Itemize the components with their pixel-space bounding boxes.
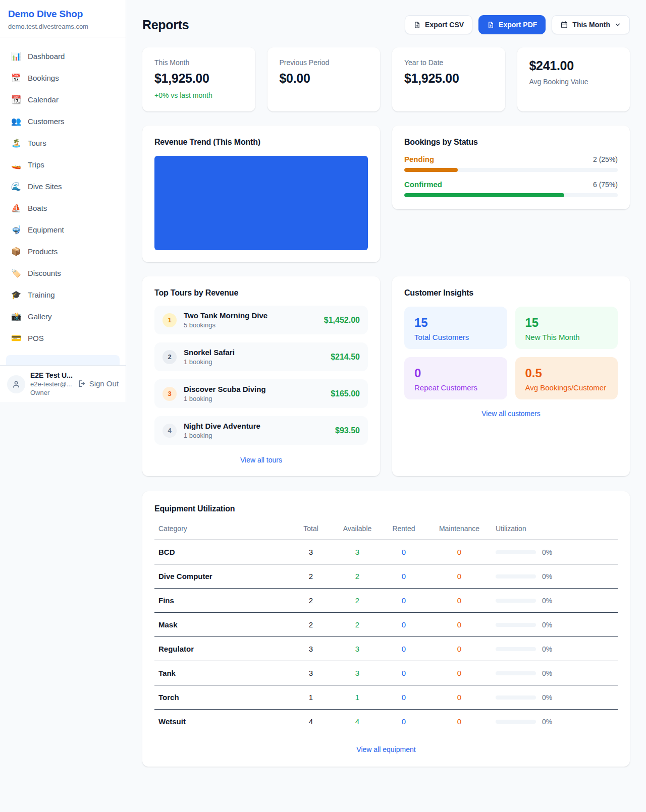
utilization-label: 0%	[542, 572, 552, 581]
rented-cell: 0	[381, 661, 427, 685]
utilization-cell: 0%	[492, 637, 618, 661]
total-cell: 2	[288, 564, 334, 589]
table-header-row: Category Total Available Rented Maintena…	[154, 519, 618, 540]
tear-off-calendar-icon: 📆	[11, 95, 21, 104]
sidebar-item-tours[interactable]: 🏝️ Tours	[6, 132, 120, 154]
tour-row: 2 Snorkel Safari 1 booking $214.50	[154, 342, 368, 371]
status-bar-track	[404, 168, 618, 172]
sidebar-item-pos[interactable]: 💳 POS	[6, 327, 120, 349]
rank-badge: 3	[163, 387, 177, 401]
equipment-utilization-title: Equipment Utilization	[154, 504, 618, 513]
tour-name: Snorkel Safari	[184, 348, 235, 357]
insights-row: Top Tours by Revenue 1 Two Tank Morning …	[142, 276, 630, 476]
top-tours-title: Top Tours by Revenue	[154, 288, 368, 298]
sidebar-item-label: Training	[28, 291, 55, 299]
sidebar-item-discounts[interactable]: 🏷️ Discounts	[6, 262, 120, 284]
export-csv-label: Export CSV	[425, 21, 464, 29]
utilization-bar-track	[496, 550, 536, 554]
avatar	[7, 375, 25, 393]
sidebar-item-customers[interactable]: 👥 Customers	[6, 110, 120, 132]
stat-label: This Month	[154, 59, 243, 67]
sidebar-item-label: Customers	[28, 117, 65, 126]
utilization-cell: 0%	[492, 613, 618, 637]
tile-total-customers: 15 Total Customers	[404, 307, 507, 349]
tour-text: Snorkel Safari 1 booking	[184, 348, 235, 366]
sidebar-item-active-partial[interactable]	[6, 355, 120, 365]
available-cell: 3	[334, 637, 381, 661]
tile-value: 15	[525, 316, 608, 330]
credit-card-icon: 💳	[11, 333, 21, 343]
status-bar-fill	[404, 168, 458, 172]
sidebar-item-trips[interactable]: 🚤 Trips	[6, 154, 120, 176]
column-header-category: Category	[154, 519, 288, 540]
sidebar-item-gallery[interactable]: 📸 Gallery	[6, 306, 120, 327]
tile-repeat-customers: 0 Repeat Customers	[404, 357, 507, 399]
sidebar-item-equipment[interactable]: 🤿 Equipment	[6, 219, 120, 241]
view-all-customers-link[interactable]: View all customers	[404, 410, 618, 418]
tour-bookings: 1 booking	[184, 432, 260, 439]
status-line: Confirmed 6 (75%)	[404, 180, 618, 189]
tour-revenue: $165.00	[331, 389, 360, 398]
user-email: e2e-tester@...	[30, 380, 72, 388]
maintenance-cell: 0	[427, 589, 492, 613]
rank-badge: 2	[163, 350, 177, 364]
rented-cell: 0	[381, 613, 427, 637]
export-pdf-button[interactable]: Export PDF	[478, 15, 546, 34]
stat-card-this-month: This Month $1,925.00 +0% vs last month	[142, 47, 255, 111]
stat-delta: +0% vs last month	[154, 91, 243, 99]
utilization-cell: 0%	[492, 710, 618, 734]
status-count: 6 (75%)	[593, 181, 618, 189]
column-header-available: Available	[334, 519, 381, 540]
utilization-label: 0%	[542, 597, 552, 605]
export-pdf-label: Export PDF	[499, 21, 537, 29]
sidebar-item-dashboard[interactable]: 📊 Dashboard	[6, 45, 120, 67]
tile-avg-bookings-customer: 0.5 Avg Bookings/Customer	[515, 357, 618, 399]
user-role: Owner	[30, 389, 72, 396]
table-row: BCD 3 3 0 0 0%	[154, 540, 618, 564]
table-row: Regulator 3 3 0 0 0%	[154, 637, 618, 661]
view-all-tours-link[interactable]: View all tours	[154, 456, 368, 464]
header-actions: Export CSV Export PDF This Month	[405, 15, 630, 34]
sign-out-button[interactable]: Sign Out	[77, 379, 119, 388]
tour-revenue: $93.50	[335, 426, 360, 435]
sidebar-item-dive-sites[interactable]: 🌊 Dive Sites	[6, 176, 120, 197]
sidebar-header: Demo Dive Shop demo.test.divestreams.com	[0, 0, 126, 37]
status-line: Pending 2 (25%)	[404, 155, 618, 163]
stat-value: $241.00	[529, 59, 618, 73]
category-cell: Fins	[154, 589, 288, 613]
status-count: 2 (25%)	[593, 155, 618, 163]
sidebar-item-boats[interactable]: ⛵ Boats	[6, 197, 120, 219]
utilization-bar-track	[496, 599, 536, 603]
stat-card-previous-period: Previous Period $0.00	[267, 47, 381, 111]
user-name: E2E Test U...	[30, 371, 72, 379]
sidebar-item-products[interactable]: 📦 Products	[6, 241, 120, 262]
column-header-maintenance: Maintenance	[427, 519, 492, 540]
table-row: Fins 2 2 0 0 0%	[154, 589, 618, 613]
shop-domain: demo.test.divestreams.com	[8, 23, 118, 30]
sidebar-item-training[interactable]: 🎓 Training	[6, 284, 120, 306]
customer-insights-title: Customer Insights	[404, 288, 618, 298]
category-cell: Tank	[154, 661, 288, 685]
sidebar-item-label: Dive Sites	[28, 182, 62, 191]
sidebar-item-bookings[interactable]: 📅 Bookings	[6, 67, 120, 89]
sidebar-item-label: Discounts	[28, 269, 61, 277]
rented-cell: 0	[381, 685, 427, 710]
user-section: E2E Test U... e2e-tester@... Owner Sign …	[0, 365, 126, 402]
maintenance-cell: 0	[427, 710, 492, 734]
total-cell: 1	[288, 685, 334, 710]
tile-label: Repeat Customers	[414, 383, 497, 392]
sidebar-item-label: Dashboard	[28, 52, 65, 61]
sidebar-item-label: Gallery	[28, 312, 52, 321]
stat-card-year-to-date: Year to Date $1,925.00	[392, 47, 505, 111]
stat-value: $1,925.00	[404, 71, 493, 86]
period-dropdown[interactable]: This Month	[552, 15, 630, 34]
total-cell: 3	[288, 661, 334, 685]
people-icon: 👥	[11, 117, 21, 126]
period-label: This Month	[572, 21, 610, 29]
rented-cell: 0	[381, 710, 427, 734]
maintenance-cell: 0	[427, 637, 492, 661]
view-all-equipment-link[interactable]: View all equipment	[154, 745, 618, 753]
sidebar-item-calendar[interactable]: 📆 Calendar	[6, 89, 120, 110]
export-csv-button[interactable]: Export CSV	[405, 15, 472, 34]
utilization-label: 0%	[542, 548, 552, 556]
